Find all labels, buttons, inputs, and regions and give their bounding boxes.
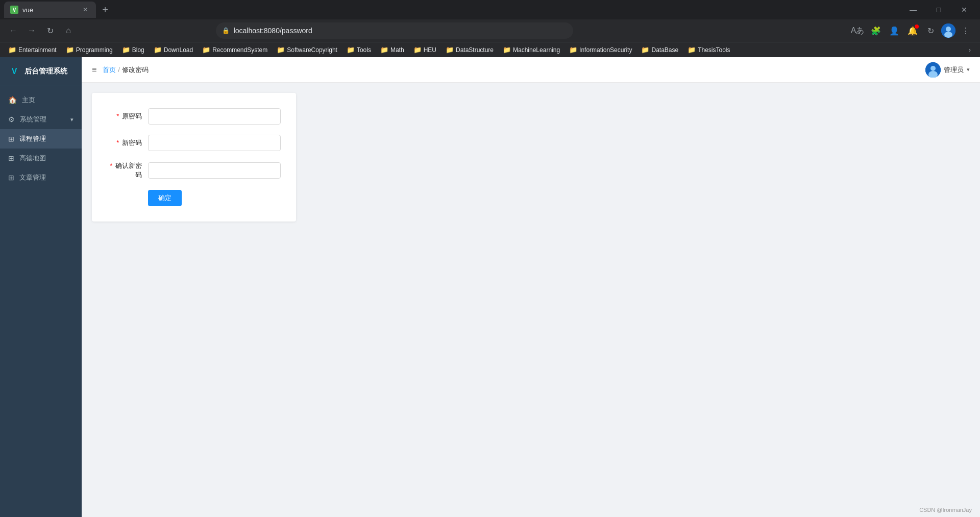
maximize-button[interactable]: □ bbox=[927, 0, 950, 19]
folder-icon: 📁 bbox=[641, 46, 649, 54]
bookmark-tools[interactable]: 📁 Tools bbox=[342, 44, 375, 56]
bookmark-thesistools[interactable]: 📁 ThesisTools bbox=[683, 44, 734, 56]
notification-badge bbox=[915, 24, 919, 29]
bookmark-label: Programming bbox=[76, 46, 113, 54]
breadcrumb-separator: / bbox=[118, 66, 120, 73]
breadcrumb-home[interactable]: 首页 bbox=[103, 65, 116, 75]
bookmark-programming[interactable]: 📁 Programming bbox=[62, 44, 117, 56]
bookmark-label: DataStructure bbox=[456, 46, 494, 54]
folder-icon: 📁 bbox=[347, 46, 355, 54]
bookmark-recommender[interactable]: 📁 RecommendSystem bbox=[198, 44, 272, 56]
form-actions: 确定 bbox=[107, 190, 281, 206]
user-avatar-icon[interactable] bbox=[941, 23, 955, 38]
breadcrumb-current: 修改密码 bbox=[122, 65, 149, 75]
url-bar[interactable]: 🔒 localhost:8080/password bbox=[216, 22, 573, 39]
confirm-password-row: * 确认新密码 bbox=[107, 161, 281, 180]
sidebar-item-system[interactable]: ⚙ 系统管理 ▾ bbox=[0, 110, 82, 129]
forward-button[interactable]: → bbox=[24, 23, 39, 38]
bookmark-entertainment[interactable]: 📁 Entertainment bbox=[4, 44, 61, 56]
back-button[interactable]: ← bbox=[6, 23, 20, 38]
bookmark-label: RecommendSystem bbox=[212, 46, 267, 54]
chevron-down-icon: ▾ bbox=[70, 116, 74, 123]
bookmark-label: DownLoad bbox=[164, 46, 193, 54]
home-button[interactable]: ⌂ bbox=[61, 23, 76, 38]
folder-icon: 📁 bbox=[122, 46, 130, 54]
folder-icon: 📁 bbox=[8, 46, 16, 54]
bookmark-label: MachineLearning bbox=[513, 46, 560, 54]
bookmarks-more-button[interactable]: › bbox=[964, 44, 976, 56]
bookmark-math[interactable]: 📁 Math bbox=[376, 44, 408, 56]
profile-icon[interactable]: 👤 bbox=[886, 22, 902, 39]
folder-icon: 📁 bbox=[66, 46, 74, 54]
bookmark-label: Tools bbox=[357, 46, 371, 54]
bookmark-blog[interactable]: 📁 Blog bbox=[118, 44, 149, 56]
folder-icon: 📁 bbox=[688, 46, 696, 54]
sidebar-logo: V 后台管理系统 bbox=[0, 57, 82, 86]
app-layout: V 后台管理系统 🏠 主页 ⚙ 系统管理 ▾ ⊞ 课程管理 bbox=[0, 57, 980, 517]
new-tab-button[interactable]: + bbox=[98, 3, 112, 17]
folder-icon: 📁 bbox=[202, 46, 210, 54]
folder-icon: 📁 bbox=[277, 46, 285, 54]
avatar bbox=[925, 62, 941, 78]
more-options-icon[interactable]: ⋮ bbox=[958, 22, 974, 39]
bookmark-label: Blog bbox=[132, 46, 144, 54]
bookmark-label: DataBase bbox=[651, 46, 678, 54]
sidebar-item-label: 文章管理 bbox=[19, 173, 74, 182]
sidebar-item-amap[interactable]: ⊞ 高德地图 bbox=[0, 149, 82, 168]
bookmark-label: InformationSecurity bbox=[579, 46, 632, 54]
bookmark-label: ThesisTools bbox=[698, 46, 730, 54]
folder-icon: 📁 bbox=[413, 46, 422, 54]
tab-close-button[interactable]: ✕ bbox=[81, 5, 90, 14]
translate-icon[interactable]: Aあ bbox=[849, 22, 866, 39]
tab-title: vue bbox=[22, 6, 77, 14]
bookmark-label: Entertainment bbox=[18, 46, 57, 54]
submit-button[interactable]: 确定 bbox=[148, 190, 182, 206]
old-password-input[interactable] bbox=[148, 108, 281, 125]
sidebar-item-course[interactable]: ⊞ 课程管理 bbox=[0, 129, 82, 149]
browser-tab[interactable]: V vue ✕ bbox=[4, 2, 96, 18]
sidebar-item-home[interactable]: 🏠 主页 bbox=[0, 90, 82, 110]
chevron-down-icon: ▾ bbox=[967, 66, 970, 73]
sidebar-item-label: 主页 bbox=[22, 95, 74, 105]
user-info[interactable]: 管理员 ▾ bbox=[925, 62, 970, 78]
sidebar-item-article[interactable]: ⊞ 文章管理 bbox=[0, 168, 82, 187]
folder-icon: 📁 bbox=[503, 46, 511, 54]
bookmark-softwarecopyright[interactable]: 📁 SoftwareCopyright bbox=[273, 44, 341, 56]
required-indicator: * bbox=[116, 112, 119, 120]
sidebar: V 后台管理系统 🏠 主页 ⚙ 系统管理 ▾ ⊞ 课程管理 bbox=[0, 57, 82, 517]
bookmark-machinelearning[interactable]: 📁 MachineLearning bbox=[499, 44, 564, 56]
confirm-password-input[interactable] bbox=[148, 162, 281, 179]
logo-text: 后台管理系统 bbox=[24, 67, 67, 76]
url-text: localhost:8080/password bbox=[234, 27, 567, 35]
minimize-button[interactable]: — bbox=[901, 0, 925, 19]
bookmark-datastructure[interactable]: 📁 DataStructure bbox=[442, 44, 498, 56]
reload-button[interactable]: ↻ bbox=[43, 23, 57, 38]
map-icon: ⊞ bbox=[8, 154, 14, 162]
bell-icon[interactable]: 🔔 bbox=[904, 22, 921, 39]
bookmark-heu[interactable]: 📁 HEU bbox=[409, 44, 440, 56]
bookmark-infosecurity[interactable]: 📁 InformationSecurity bbox=[565, 44, 636, 56]
header-left: ≡ 首页 / 修改密码 bbox=[92, 65, 149, 75]
window-controls: — □ ✕ bbox=[901, 0, 976, 19]
extension-icon[interactable]: 🧩 bbox=[868, 22, 884, 39]
page-header: ≡ 首页 / 修改密码 管理员 bbox=[82, 57, 980, 83]
address-bar: ← → ↻ ⌂ 🔒 localhost:8080/password Aあ 🧩 👤… bbox=[0, 19, 980, 42]
change-password-form: * 原密码 * 新密码 * 确认新密码 bbox=[92, 93, 296, 221]
course-icon: ⊞ bbox=[8, 135, 14, 143]
system-icon: ⚙ bbox=[8, 115, 15, 124]
main-content: ≡ 首页 / 修改密码 管理员 bbox=[82, 57, 980, 517]
folder-icon: 📁 bbox=[380, 46, 388, 54]
lock-icon: 🔒 bbox=[222, 27, 230, 34]
menu-toggle-icon[interactable]: ≡ bbox=[92, 65, 96, 75]
username: 管理员 bbox=[944, 65, 964, 75]
required-indicator: * bbox=[110, 162, 112, 169]
home-icon: 🏠 bbox=[8, 96, 17, 104]
tab-bar: V vue ✕ + — □ ✕ bbox=[0, 0, 980, 19]
bookmark-database[interactable]: 📁 DataBase bbox=[637, 44, 682, 56]
sync-icon[interactable]: ↻ bbox=[923, 22, 939, 39]
footer-text: CSDN @IronmanJay bbox=[919, 507, 972, 513]
close-button[interactable]: ✕ bbox=[952, 0, 976, 19]
new-password-input[interactable] bbox=[148, 135, 281, 151]
sidebar-menu: 🏠 主页 ⚙ 系统管理 ▾ ⊞ 课程管理 ⊞ 高德地图 ⊞ bbox=[0, 86, 82, 191]
bookmark-download[interactable]: 📁 DownLoad bbox=[150, 44, 197, 56]
